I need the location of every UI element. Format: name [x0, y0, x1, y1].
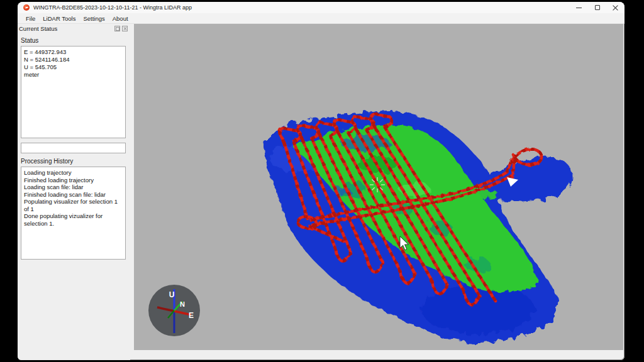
close-icon: [613, 5, 618, 11]
maximize-icon: [595, 5, 600, 10]
status-up: U = 545.705: [24, 63, 123, 71]
menu-lidar-tools[interactable]: LiDAR Tools: [39, 14, 79, 23]
menu-bar: File LiDAR Tools Settings About: [18, 13, 625, 24]
log-line: Done populating vizualizer for selection…: [24, 212, 123, 227]
minimize-button[interactable]: [570, 2, 588, 13]
status-readout: E = 449372.943 N = 5241146.184 U = 545.7…: [21, 46, 126, 138]
app-window: WINGTRA-B2DE85-2023-10-12-10-11-21 - Win…: [18, 2, 625, 360]
menu-about[interactable]: About: [109, 14, 132, 23]
maximize-button[interactable]: [588, 2, 606, 13]
log-line: Populating visualizer for selection 1 of…: [24, 198, 123, 212]
status-northing: N = 5241146.184: [24, 56, 123, 63]
dock-title: Current Status: [19, 25, 57, 32]
title-bar: WINGTRA-B2DE85-2023-10-12-10-11-21 - Win…: [18, 2, 625, 13]
processing-history-label: Processing History: [21, 158, 130, 165]
desktop-background: WINGTRA-B2DE85-2023-10-12-10-11-21 - Win…: [0, 0, 644, 362]
log-line: Loading trajectory: [24, 169, 123, 177]
dock-close-icon[interactable]: [122, 26, 128, 31]
dock-header: Current Status: [18, 24, 130, 33]
log-line: Loading scan file: lidar: [24, 184, 123, 191]
compass-north-label: N: [180, 300, 185, 308]
menu-settings[interactable]: Settings: [79, 14, 108, 23]
window-controls: [570, 2, 625, 13]
status-label: Status: [21, 37, 130, 44]
processing-history-log: Loading trajectory Finished loading traj…: [21, 167, 126, 260]
wingtra-app-icon: [23, 4, 30, 11]
log-line: Finished loading trajectory: [24, 177, 123, 184]
current-status-panel: Current Status Status E = 449372.943 N =…: [18, 24, 130, 360]
compass-up-label: U: [169, 290, 175, 299]
minimize-icon: [576, 8, 582, 8]
dock-float-icon[interactable]: [114, 26, 120, 31]
command-input[interactable]: [21, 143, 126, 153]
point-cloud-viewport[interactable]: U N E: [134, 24, 623, 350]
status-unit: meter: [24, 71, 123, 79]
window-title: WINGTRA-B2DE85-2023-10-12-10-11-21 - Win…: [33, 4, 192, 11]
close-button[interactable]: [606, 2, 625, 13]
compass-east-label: E: [189, 311, 194, 320]
status-easting: E = 449372.943: [24, 48, 123, 56]
log-line: Finished loading scan file: lidar: [24, 191, 123, 199]
menu-file[interactable]: File: [22, 14, 39, 23]
orientation-compass[interactable]: U N E: [148, 285, 200, 336]
